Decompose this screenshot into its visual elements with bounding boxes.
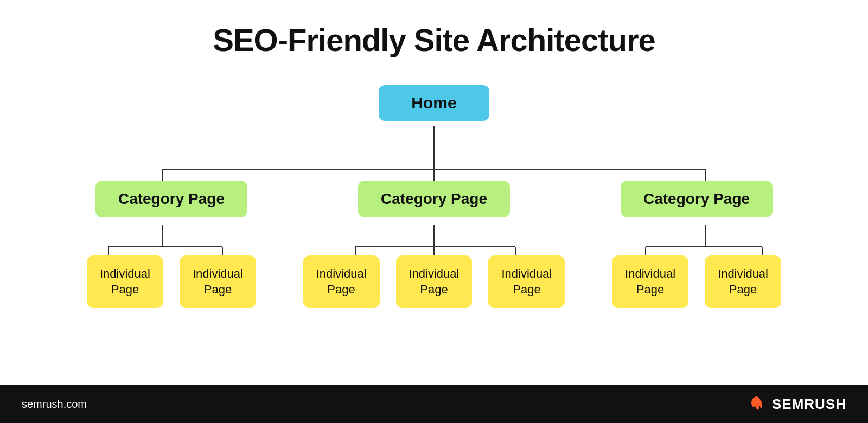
tree-container: Home Category Page IndividualPage Indivi… bbox=[54, 85, 814, 308]
footer-url: semrush.com bbox=[22, 398, 87, 411]
category-branch-center: Category Page IndividualPage IndividualP… bbox=[303, 181, 565, 308]
individual-row-right: IndividualPage IndividualPage bbox=[612, 255, 781, 308]
category-node-center: Category Page bbox=[358, 181, 510, 217]
individual-node-left-1: IndividualPage bbox=[87, 255, 163, 308]
individual-node-right-2: IndividualPage bbox=[705, 255, 781, 308]
home-label: Home bbox=[379, 85, 489, 121]
page-title: SEO-Friendly Site Architecture bbox=[213, 22, 655, 58]
category-branch-left: Category Page IndividualPage IndividualP… bbox=[87, 181, 256, 308]
footer-logo: SEMRUSH bbox=[747, 394, 846, 414]
individual-node-left-2: IndividualPage bbox=[180, 255, 256, 308]
category-node-left: Category Page bbox=[95, 181, 247, 217]
individual-node-center-1: IndividualPage bbox=[303, 255, 380, 308]
category-branch-right: Category Page IndividualPage IndividualP… bbox=[612, 181, 781, 308]
category-node-right: Category Page bbox=[621, 181, 773, 217]
footer: semrush.com SEMRUSH bbox=[0, 385, 868, 423]
individual-node-center-2: IndividualPage bbox=[396, 255, 473, 308]
semrush-icon bbox=[747, 394, 767, 414]
individual-node-center-3: IndividualPage bbox=[488, 255, 565, 308]
footer-brand: SEMRUSH bbox=[772, 396, 846, 413]
category-row: Category Page IndividualPage IndividualP… bbox=[54, 181, 814, 308]
individual-node-right-1: IndividualPage bbox=[612, 255, 688, 308]
individual-row-center: IndividualPage IndividualPage Individual… bbox=[303, 255, 565, 308]
individual-row-left: IndividualPage IndividualPage bbox=[87, 255, 256, 308]
main-content: SEO-Friendly Site Architecture bbox=[0, 0, 868, 385]
home-node: Home bbox=[379, 85, 489, 121]
